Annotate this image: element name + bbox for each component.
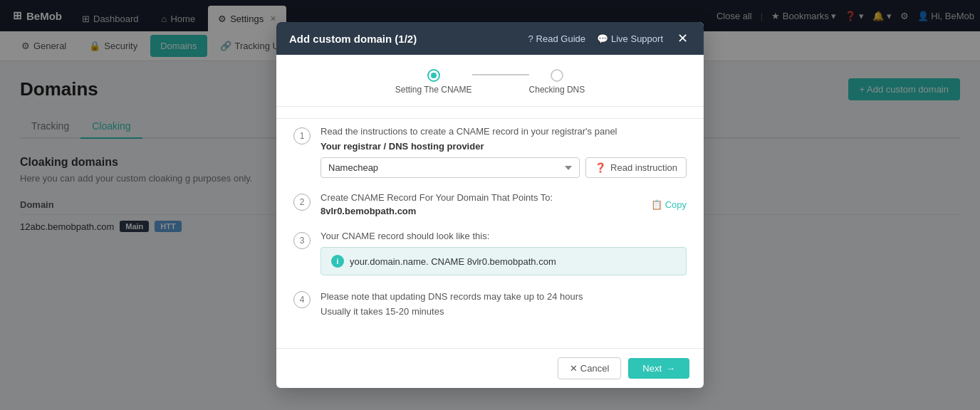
question-icon: ? (528, 33, 533, 44)
step-number-4: 4 (293, 291, 311, 308)
modal-footer: ✕ Cancel Next → (276, 348, 704, 388)
live-support-link[interactable]: 💬 Live Support (597, 33, 663, 44)
cname-value: 8vlr0.bemobpath.com (320, 206, 553, 216)
cname-preview-text: your.domain.name. CNAME 8vlr0.bemobpath.… (350, 256, 556, 267)
cname-preview: i your.domain.name. CNAME 8vlr0.bemobpat… (320, 247, 687, 275)
step-item-dns: Checking DNS (529, 69, 585, 95)
modal-header-links: ? Read Guide 💬 Live Support ✕ (528, 31, 691, 46)
step-content-2: Create CNAME Record For Your Domain That… (320, 192, 687, 216)
step-row-3: 3 Your CNAME record should look like thi… (293, 231, 687, 275)
question-circle-icon: ❓ (595, 162, 606, 173)
step-circle-dns (551, 69, 563, 82)
step-2-text: Create CNAME Record For Your Domain That… (320, 192, 553, 203)
read-guide-link[interactable]: ? Read Guide (528, 33, 585, 44)
step-connector (472, 74, 529, 75)
step-1-select-row: Namecheap GoDaddy Cloudflare Route 53 Ot… (320, 157, 687, 178)
step-1-text: Read the instructions to create a CNAME … (320, 126, 687, 137)
step-3-text: Your CNAME record should look like this: (320, 231, 687, 241)
x-icon: ✕ (570, 363, 578, 374)
chat-icon: 💬 (597, 33, 608, 44)
arrow-right-icon: → (666, 363, 675, 374)
modal-body: 1 Read the instructions to create a CNAM… (276, 118, 704, 348)
read-instruction-button[interactable]: ❓ Read instruction (585, 157, 687, 178)
step-content-4: Please note that updating DNS records ma… (320, 290, 687, 320)
step-item-cname: Setting The CNAME (395, 69, 472, 95)
modal-title: Add custom domain (1/2) (289, 33, 417, 45)
step-row-4: 4 Please note that updating DNS records … (293, 290, 687, 320)
provider-select[interactable]: Namecheap GoDaddy Cloudflare Route 53 Ot… (320, 157, 580, 178)
step-row-2: 2 Create CNAME Record For Your Domain Th… (293, 192, 687, 216)
step-number-3: 3 (293, 232, 311, 249)
note-text: Please note that updating DNS records ma… (320, 290, 687, 320)
step-content-1: Read the instructions to create a CNAME … (320, 126, 687, 178)
info-icon: i (331, 255, 344, 268)
step-1-bold: Your registrar / DNS hosting provider (320, 141, 687, 152)
step-circle-cname (427, 69, 440, 82)
step-content-3: Your CNAME record should look like this:… (320, 231, 687, 275)
modal-overlay: Add custom domain (1/2) ? Read Guide 💬 L… (0, 0, 980, 410)
stepper: Setting The CNAME Checking DNS (276, 55, 704, 103)
next-button[interactable]: Next → (628, 358, 689, 379)
step-number-1: 1 (293, 127, 311, 144)
copy-icon: 📋 (651, 199, 662, 210)
cname-points-row: Create CNAME Record For Your Domain That… (320, 192, 687, 216)
modal-header: Add custom domain (1/2) ? Read Guide 💬 L… (276, 22, 704, 55)
cancel-button[interactable]: ✕ Cancel (558, 357, 621, 379)
modal-close-button[interactable]: ✕ (674, 31, 691, 46)
add-domain-modal: Add custom domain (1/2) ? Read Guide 💬 L… (276, 22, 704, 388)
step-number-2: 2 (293, 194, 311, 211)
step-row-1: 1 Read the instructions to create a CNAM… (293, 126, 687, 178)
step-label-cname: Setting The CNAME (395, 85, 472, 95)
copy-button[interactable]: 📋 Copy (651, 199, 687, 210)
step-label-dns: Checking DNS (529, 85, 585, 95)
modal-divider (276, 106, 704, 107)
